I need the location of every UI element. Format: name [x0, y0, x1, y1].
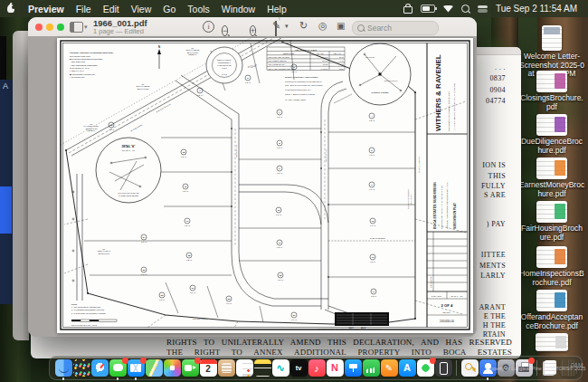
- window-title: 1966_001.pdf: [93, 19, 147, 27]
- info-button[interactable]: i: [203, 21, 214, 33]
- control-center-icon[interactable]: [478, 5, 488, 13]
- dock-maps-icon[interactable]: [146, 359, 163, 377]
- zoom-in-button[interactable]: +: [250, 25, 256, 36]
- lot-acreage: 0.92 AC: [277, 147, 283, 148]
- file-thumbnail: [536, 114, 567, 136]
- svg-text:N 85°54'40" E 60.00': N 85°54'40" E 60.00': [384, 81, 398, 81]
- menu-item-view[interactable]: View: [131, 4, 152, 14]
- preview-window[interactable]: ▾ 1966_001.pdf 1 page — Edited i − + ✎ ▾…: [28, 17, 477, 337]
- menu-item-preview[interactable]: Preview: [28, 4, 64, 14]
- dock-calendar-icon[interactable]: 2: [200, 359, 217, 377]
- desktop-icon[interactable]: [516, 333, 588, 353]
- dock-keynote-icon[interactable]: [345, 359, 362, 377]
- lot-acreage: 1.03 AC: [371, 295, 377, 297]
- dock-news-icon[interactable]: N: [327, 359, 344, 377]
- menu-item-window[interactable]: Window: [222, 4, 255, 14]
- zoom-out-button[interactable]: −: [222, 25, 228, 36]
- map-text: 4.46: [340, 60, 344, 62]
- redact-button[interactable]: ◎: [318, 20, 327, 32]
- adjoiner-label: DB 546 PG 208: [138, 88, 149, 90]
- seal-text: NORTH CAROLINA: [217, 59, 232, 61]
- menu-status-area: Tue Sep 2 11:54 AM: [403, 0, 577, 17]
- desktop-icon[interactable]: EarnestMoneyBrochure.pdf: [516, 158, 588, 198]
- spotlight-icon[interactable]: [461, 5, 469, 13]
- bearing-label: 20' DRAINAGE ESMT.: [370, 237, 385, 239]
- svg-text:SCALE: 1" = 100': SCALE: 1" = 100': [450, 295, 463, 297]
- desktop-icon[interactable]: FairHousingBrochure.pdf: [516, 201, 588, 242]
- map-text: TOTAL DEDICATED R/W: [269, 60, 288, 62]
- form-fill-button[interactable]: ▣: [337, 20, 345, 32]
- dock-music-icon[interactable]: ♪: [308, 359, 326, 377]
- dock-freeform-icon[interactable]: ∿: [272, 359, 289, 377]
- legend-item: ○ SET IRON PIPE: [70, 61, 86, 62]
- desktop-icon[interactable]: DueDiligenceBrochure.pdf: [516, 114, 588, 155]
- menu-item-help[interactable]: Help: [267, 4, 287, 14]
- dock-pages-icon[interactable]: ✎: [381, 359, 398, 377]
- running-indicator: [62, 377, 65, 380]
- markup-pencil-button[interactable]: ✎: [272, 20, 280, 32]
- document-text-fragment: MENTS: [479, 262, 506, 270]
- dock-facetime-icon[interactable]: [182, 359, 199, 377]
- sidebar-toggle-icon[interactable]: [70, 22, 83, 33]
- close-button[interactable]: [35, 24, 43, 31]
- menu-item-file[interactable]: File: [76, 4, 91, 14]
- minimize-button[interactable]: [46, 24, 53, 31]
- dock-mail-icon[interactable]: [128, 359, 145, 377]
- lot-acreage: 1.14 AC: [291, 319, 298, 320]
- dock-separator: [456, 360, 457, 376]
- chevron-down-icon[interactable]: ▾: [285, 23, 289, 30]
- file-thumbnail: [536, 290, 567, 311]
- file-label: EarnestMoneyBrochure.pdf: [516, 181, 588, 198]
- desktop-icon[interactable]: ClosingsBrochure.pdf: [516, 71, 588, 111]
- firm-tagline: ENGINEERS | PLANNERS | SURVEYORS: [448, 91, 450, 131]
- battery-icon[interactable]: [421, 5, 435, 13]
- map-text: DESCRIPTION: [283, 53, 295, 54]
- dock-numbers-icon[interactable]: [363, 359, 380, 377]
- rotate-button[interactable]: ↻: [299, 20, 308, 32]
- apple-menu-icon[interactable]: [7, 5, 14, 13]
- menu-item-tools[interactable]: Tools: [187, 4, 210, 14]
- dock-findmy-icon[interactable]: [417, 359, 434, 377]
- dock-finder-icon[interactable]: [55, 359, 72, 377]
- map-text: TOTAL OPEN SPACE: [269, 63, 285, 65]
- dock-messages-icon[interactable]: [109, 359, 127, 377]
- lot-acreage: 1.19 AC: [141, 273, 147, 275]
- dock-iphone-icon[interactable]: [435, 359, 452, 377]
- search-input[interactable]: Search: [352, 21, 439, 35]
- dock-contacts-icon[interactable]: [218, 359, 235, 377]
- dock-launchpad-icon[interactable]: [73, 359, 90, 377]
- lot-acreage: 1.16 AC: [141, 241, 147, 243]
- dock-passwords-icon[interactable]: [461, 359, 479, 377]
- desktop-icon[interactable]: OfferandAcceptanceBrochure.pdf: [516, 290, 588, 330]
- bearing-label: S 02°23'07" E 1024.56': [419, 157, 421, 174]
- lock-icon[interactable]: [403, 6, 413, 14]
- pdf-page[interactable]: N ★ ★ ★ 4-25-07: [57, 38, 473, 333]
- file-thumbnail: [536, 71, 567, 92]
- seal-text: L-3847: [222, 67, 227, 69]
- document-text-fragment: ION IS: [482, 161, 506, 169]
- dock-appstore-icon[interactable]: A: [399, 359, 416, 377]
- menu-item-go[interactable]: Go: [163, 4, 175, 14]
- document-text-fragment: RTAIN: [483, 330, 506, 339]
- desktop-icon[interactable]: HomeInspectionsBrochure.pdf: [516, 246, 588, 287]
- wifi-icon[interactable]: [443, 5, 453, 13]
- dock-notes-icon[interactable]: [254, 359, 271, 377]
- menu-items: PreviewFileEditViewGoToolsWindowHelp: [7, 4, 287, 14]
- map-text: TOTAL AREA FOR BOCA ESTATES: [269, 68, 296, 70]
- dock-reminders-icon[interactable]: [236, 359, 253, 377]
- chevron-down-icon[interactable]: ▾: [84, 24, 88, 31]
- menu-clock[interactable]: Tue Sep 2 11:54 AM: [496, 4, 577, 14]
- zoom-window-button[interactable]: [57, 24, 64, 31]
- preview-content-area[interactable]: N ★ ★ ★ 4-25-07: [28, 36, 477, 337]
- dock-photos-icon[interactable]: [164, 359, 181, 377]
- map-note: 1. AREA COMPUTED BY COORDINATES: [71, 306, 101, 308]
- watermark-text: Property of Longleaf Pine REALTORS® 2025: [485, 366, 586, 371]
- dock-tv-icon[interactable]: tv: [290, 359, 308, 377]
- map-text: 27.42: [339, 56, 344, 58]
- dock-safari-icon[interactable]: [91, 359, 109, 377]
- legend-title: LEGEND: (UNLESS OTHERWISE DENOTED): [70, 52, 113, 53]
- plat-map: N ★ ★ ★ 4-25-07: [57, 38, 473, 333]
- file-label: OfferandAcceptanceBrochure.pdf: [516, 313, 588, 330]
- menu-item-edit[interactable]: Edit: [103, 4, 119, 14]
- bearing-label: 50' PUBLIC R/W: [326, 149, 327, 162]
